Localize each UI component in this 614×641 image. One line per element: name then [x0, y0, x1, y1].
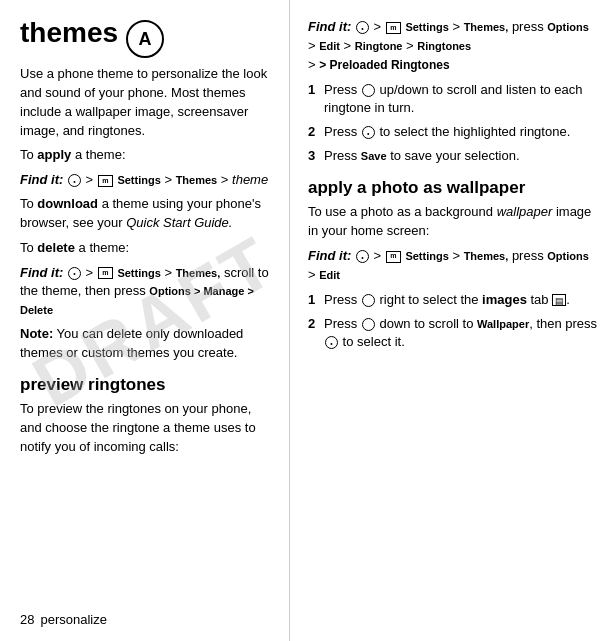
dot-icon-step2: [362, 126, 375, 139]
wallpaper-title: apply a photo as wallpaper: [308, 178, 598, 198]
img-tab-icon: ▤: [552, 294, 566, 306]
ringtones-menu: Ringtones: [417, 40, 471, 52]
themes-wallpaper: Themes,: [464, 250, 509, 262]
nav-icon-w1: [362, 294, 375, 307]
download-bold: download: [37, 196, 98, 211]
find-it-delete: Find it: > m Settings > Themes, scroll t…: [20, 264, 273, 321]
step-num-3: 3: [308, 147, 324, 166]
wallpaper-step-text-1: Press right to select the images tab ▤.: [324, 291, 598, 310]
settings-icon-wallpaper: m: [386, 251, 401, 263]
dot-icon-wallpaper: [356, 250, 369, 263]
nav-icon-1: [362, 84, 375, 97]
preloaded-ringtones: > Preloaded Ringtones: [319, 58, 449, 72]
find-it-label-wallpaper: Find it:: [308, 248, 351, 263]
ringtone-step-1: 1 Press up/down to scroll and listen to …: [308, 81, 598, 119]
theme-italic-apply: theme: [232, 172, 268, 187]
step-text-2: Press to select the highlighted ringtone…: [324, 123, 598, 142]
nav-icon-w2: [362, 318, 375, 331]
page-container: DRAFT themes A Use a phone theme to pers…: [0, 0, 614, 641]
edit-ringtones: Edit: [319, 40, 340, 52]
dot-icon-delete: [68, 267, 81, 280]
wallpaper-step-2: 2 Press down to scroll to Wallpaper, the…: [308, 315, 598, 353]
quick-start-italic: Quick Start Guide.: [126, 215, 232, 230]
step-text-1: Press up/down to scroll and listen to ea…: [324, 81, 598, 119]
right-column: Find it: > m Settings > Themes, press Op…: [290, 0, 614, 641]
themes-ringtones: Themes,: [464, 21, 509, 33]
settings-icon-ringtones: m: [386, 22, 401, 34]
settings-ringtones: Settings: [405, 21, 448, 33]
download-para: To download a theme using your phone's b…: [20, 195, 273, 233]
delete-para: To delete a theme:: [20, 239, 273, 258]
find-it-label-delete: Find it:: [20, 265, 63, 280]
find-it-ringtones: Find it: > m Settings > Themes, press Op…: [308, 18, 598, 75]
a-icon-label: A: [139, 29, 152, 50]
wallpaper-step-num-2: 2: [308, 315, 324, 334]
wallpaper-steps: 1 Press right to select the images tab ▤…: [308, 291, 598, 353]
step-text-3: Press Save to save your selection.: [324, 147, 598, 166]
options-wallpaper: Options: [547, 250, 589, 262]
page-number: 28: [20, 612, 34, 627]
settings-icon-delete: m: [98, 267, 113, 279]
note-para: Note: You can delete only downloaded the…: [20, 325, 273, 363]
wallpaper-step-num-1: 1: [308, 291, 324, 310]
ringtone-step-2: 2 Press to select the highlighted ringto…: [308, 123, 598, 142]
intro-text: Use a phone theme to personalize the loo…: [20, 65, 273, 140]
settings-menu-delete: Settings: [117, 267, 160, 279]
note-label: Note:: [20, 326, 53, 341]
wallpaper-italic: wallpaper: [497, 204, 553, 219]
apply-para: To apply a theme:: [20, 146, 273, 165]
dot-icon-w2: [325, 336, 338, 349]
note-body: You can delete only downloaded themes or…: [20, 326, 243, 360]
find-it-wallpaper: Find it: > m Settings > Themes, press Op…: [308, 247, 598, 285]
ringtone-step-3: 3 Press Save to save your selection.: [308, 147, 598, 166]
ringtone-ringtones: Ringtone: [355, 40, 403, 52]
ringtone-steps: 1 Press up/down to scroll and listen to …: [308, 81, 598, 166]
edit-wallpaper: Edit: [319, 269, 340, 281]
images-bold: images: [482, 292, 527, 307]
wallpaper-intro: To use a photo as a background wallpaper…: [308, 203, 598, 241]
wallpaper-menu: Wallpaper: [477, 318, 529, 330]
step-num-1: 1: [308, 81, 324, 100]
options-ringtones: Options: [547, 21, 589, 33]
page-number-area: 28 personalize: [20, 612, 107, 627]
wallpaper-step-1: 1 Press right to select the images tab ▤…: [308, 291, 598, 310]
apply-text: a theme:: [75, 147, 126, 162]
save-menu: Save: [361, 150, 387, 162]
page-label: personalize: [40, 612, 107, 627]
dot-icon-ringtones: [356, 21, 369, 34]
preview-title: preview ringtones: [20, 375, 273, 395]
wallpaper-step-text-2: Press down to scroll to Wallpaper, then …: [324, 315, 598, 353]
delete-bold: delete: [37, 240, 75, 255]
find-it-apply: Find it: > m Settings > Themes > theme: [20, 171, 273, 190]
apply-bold: apply: [37, 147, 71, 162]
theme-icon: A: [126, 20, 164, 58]
themes-menu-apply: Themes: [176, 174, 218, 186]
preview-intro: To preview the ringtones on your phone, …: [20, 400, 273, 457]
settings-menu-apply: Settings: [117, 174, 160, 186]
themes-menu-delete: Themes,: [176, 267, 221, 279]
dot-icon-apply: [68, 174, 81, 187]
settings-wallpaper: Settings: [405, 250, 448, 262]
delete-text: a theme:: [79, 240, 130, 255]
left-column: themes A Use a phone theme to personaliz…: [0, 0, 290, 641]
find-it-label-ringtones: Find it:: [308, 19, 351, 34]
main-title: themes: [20, 18, 118, 49]
step-num-2: 2: [308, 123, 324, 142]
find-it-label-apply: Find it:: [20, 172, 63, 187]
settings-icon-apply: m: [98, 175, 113, 187]
